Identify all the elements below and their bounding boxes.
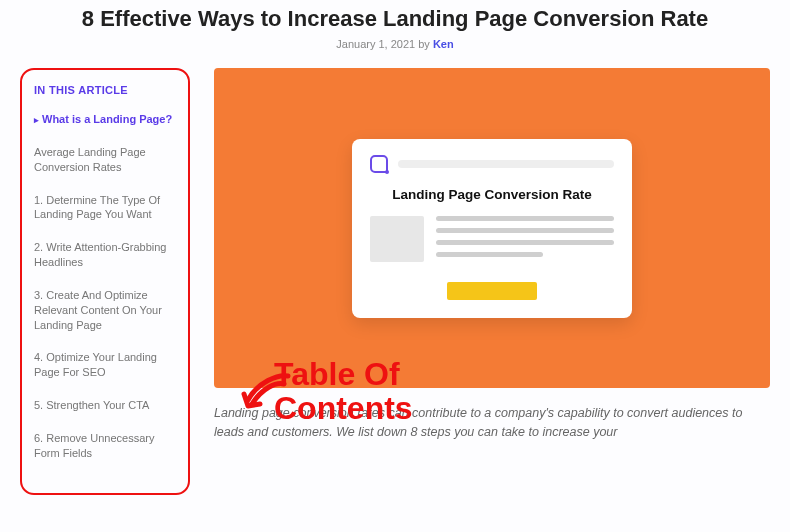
brand-logo-icon: [370, 155, 388, 173]
main-content: Landing Page Conversion Rate Table Of Co…: [214, 68, 770, 495]
toc-item-determine-type[interactable]: 1. Determine The Type Of Landing Page Yo…: [34, 193, 178, 223]
toc-item-what-is[interactable]: What is a Landing Page?: [34, 112, 178, 127]
placeholder-line: [398, 160, 614, 168]
mock-landing-card: Landing Page Conversion Rate: [352, 139, 632, 318]
article-meta: January 1, 2021 by Ken: [20, 38, 770, 50]
by-label: by: [418, 38, 430, 50]
toc-item-headlines[interactable]: 2. Write Attention-Grabbing Headlines: [34, 240, 178, 270]
article-header: 8 Effective Ways to Increase Landing Pag…: [0, 0, 790, 50]
article-date: January 1, 2021: [336, 38, 415, 50]
table-of-contents: IN THIS ARTICLE What is a Landing Page? …: [20, 68, 190, 495]
toc-item-optimize-content[interactable]: 3. Create And Optimize Relevant Content …: [34, 288, 178, 333]
toc-heading: IN THIS ARTICLE: [34, 84, 178, 96]
hero-image: Landing Page Conversion Rate: [214, 68, 770, 388]
thumbnail-placeholder: [370, 216, 424, 262]
article-title: 8 Effective Ways to Increase Landing Pag…: [20, 6, 770, 32]
intro-paragraph: Landing page conversion rates can contri…: [214, 404, 770, 442]
text-lines-placeholder: [436, 216, 614, 264]
cta-button-placeholder: [447, 282, 537, 300]
toc-item-average-rates[interactable]: Average Landing Page Conversion Rates: [34, 145, 178, 175]
card-heading: Landing Page Conversion Rate: [370, 187, 614, 202]
author-link[interactable]: Ken: [433, 38, 454, 50]
toc-item-form-fields[interactable]: 6. Remove Unnecessary Form Fields: [34, 431, 178, 461]
toc-item-cta[interactable]: 5. Strengthen Your CTA: [34, 398, 178, 413]
toc-item-seo[interactable]: 4. Optimize Your Landing Page For SEO: [34, 350, 178, 380]
